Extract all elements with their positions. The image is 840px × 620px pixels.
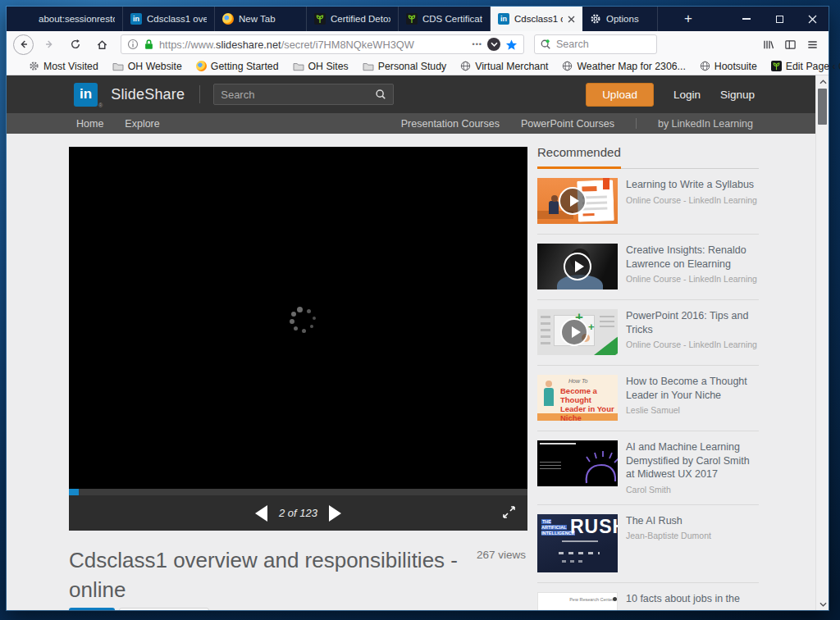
close-button[interactable] xyxy=(796,7,829,31)
upload-button[interactable]: Upload xyxy=(586,83,654,107)
item-title[interactable]: The AI Rush xyxy=(626,514,759,528)
tab-label: about:sessionrestor xyxy=(39,14,115,24)
item-title[interactable]: Creative Insights: Renaldo Lawrence on E… xyxy=(626,244,759,271)
bookmark-oh-website[interactable]: OH Website xyxy=(112,61,182,72)
info-icon[interactable] xyxy=(127,39,139,50)
recommended-item[interactable]: ++ PowerPoint 2016: Tips and Tricks Onli… xyxy=(537,300,759,366)
tab-new-tab[interactable]: New Tab xyxy=(215,7,307,31)
page-body: 2 of 123 Cdsclass1 overview and responsi… xyxy=(7,134,815,552)
site-search-box xyxy=(213,84,394,105)
bookmark-hootsuite[interactable]: Hootsuite xyxy=(700,61,757,72)
nav-powerpoint-courses[interactable]: PowerPoint Courses xyxy=(521,118,614,130)
item-title[interactable]: Learning to Write a Syllabus xyxy=(626,178,759,192)
bookmark-star-icon[interactable] xyxy=(505,39,518,51)
search-icon[interactable] xyxy=(375,89,386,100)
nav-home[interactable]: Home xyxy=(76,118,103,130)
search-engine-icon[interactable] xyxy=(540,39,551,50)
lock-icon xyxy=(144,39,154,50)
thumb-caption: THE ARTIFICIAL INTELLIGENCE xyxy=(541,519,569,536)
player-column: 2 of 123 Cdsclass1 overview and responsi… xyxy=(69,147,527,610)
item-title[interactable]: AI and Machine Learning Demystified by C… xyxy=(626,440,759,481)
tab-certified-detox[interactable]: Certified Detoxif xyxy=(307,7,399,31)
tab-close-icon[interactable] xyxy=(568,16,575,23)
browser-search-input[interactable] xyxy=(556,39,651,50)
share-button-blue[interactable] xyxy=(69,608,115,610)
site-header: in ® SlideShare Upload Login Signup xyxy=(7,75,815,113)
address-bar[interactable]: https://www.slideshare.net/secret/i7HM8N… xyxy=(121,34,524,54)
item-thumbnail[interactable]: How To Become a Thought Leader in Your N… xyxy=(537,375,618,421)
toolbar-right-buttons xyxy=(762,39,822,51)
library-icon[interactable] xyxy=(762,39,774,51)
item-title[interactable]: PowerPoint 2016: Tips and Tricks xyxy=(626,309,759,336)
nav-presentation-courses[interactable]: Presentation Courses xyxy=(401,118,500,130)
page-scrollbar[interactable] xyxy=(815,75,829,610)
menu-hamburger-icon[interactable] xyxy=(806,39,819,51)
back-button[interactable] xyxy=(13,34,34,55)
plant-favicon xyxy=(406,13,418,25)
maximize-button[interactable] xyxy=(763,7,796,31)
minimize-button[interactable] xyxy=(730,7,763,31)
item-thumbnail[interactable] xyxy=(537,244,618,289)
pocket-icon[interactable] xyxy=(487,38,500,51)
scroll-down-arrow[interactable] xyxy=(816,598,829,610)
reload-button[interactable] xyxy=(65,34,86,55)
bookmark-most-visited[interactable]: Most Visited xyxy=(29,61,98,72)
folder-icon xyxy=(363,62,374,71)
recommended-item[interactable]: THE ARTIFICIAL INTELLIGENCE RUSH The AI … xyxy=(537,505,759,583)
login-link[interactable]: Login xyxy=(673,89,701,101)
firefox-icon xyxy=(196,61,207,71)
next-slide-button[interactable] xyxy=(329,505,341,522)
item-thumbnail[interactable] xyxy=(537,178,618,224)
forward-button[interactable] xyxy=(39,34,60,55)
item-subtitle: Online Course - LinkedIn Learning xyxy=(626,195,759,205)
item-thumbnail[interactable]: Pew Research Center The future of work xyxy=(537,592,618,611)
sidebar-toggle-icon[interactable] xyxy=(784,39,797,51)
bookmark-personal-study[interactable]: Personal Study xyxy=(363,61,446,72)
play-icon xyxy=(560,318,588,346)
bookmark-weather-map[interactable]: Weather Map for 2306... xyxy=(562,61,685,72)
recommended-item[interactable]: Creative Insights: Renaldo Lawrence on E… xyxy=(537,235,759,300)
previous-slide-button[interactable] xyxy=(255,505,267,522)
item-title[interactable]: How to Become a Thought Leader in Your N… xyxy=(626,375,759,402)
tab-cdsclass1-background[interactable]: in Cdsclass1 overv xyxy=(123,7,215,31)
bookmark-virtual-merchant[interactable]: Virtual Merchant xyxy=(460,61,548,72)
bookmark-oh-sites[interactable]: OH Sites xyxy=(293,61,349,72)
document-title: Cdsclass1 overview and responsibilities … xyxy=(69,545,483,604)
nav-explore[interactable]: Explore xyxy=(125,118,159,130)
item-thumbnail[interactable]: ++ xyxy=(537,309,618,355)
tab-session-restore[interactable]: about:sessionrestor xyxy=(31,7,123,31)
header-right: Upload Login Signup xyxy=(586,83,755,107)
tab-label: Options xyxy=(606,14,650,24)
recommended-item[interactable]: How To Become a Thought Leader in Your N… xyxy=(537,366,759,431)
bookmark-label: Virtual Merchant xyxy=(475,61,548,72)
tab-label: CDS Certificatio xyxy=(422,14,482,24)
scroll-up-arrow[interactable] xyxy=(816,75,829,88)
tab-cds-certification[interactable]: CDS Certificatio xyxy=(399,7,491,31)
new-tab-button[interactable]: + xyxy=(676,7,701,31)
recommended-item[interactable]: Learning to Write a Syllabus Online Cour… xyxy=(537,169,759,235)
bookmark-label: OH Website xyxy=(128,61,182,72)
recommended-item[interactable]: AI and Machine Learning Demystified by C… xyxy=(537,431,759,505)
tab-cdsclass1-active[interactable]: in Cdsclass1 ov xyxy=(491,7,582,31)
linkedin-logo[interactable]: in xyxy=(74,83,98,107)
scrollbar-thumb[interactable] xyxy=(818,89,827,125)
share-button-gray[interactable] xyxy=(119,608,209,610)
page-actions-icon[interactable]: ••• xyxy=(472,40,482,48)
bookmark-getting-started[interactable]: Getting Started xyxy=(196,61,279,72)
home-button[interactable] xyxy=(91,34,112,55)
item-title[interactable]: 10 facts about jobs in the xyxy=(626,592,759,606)
slide-progress-bar[interactable] xyxy=(69,489,527,495)
site-search-input[interactable] xyxy=(221,89,375,101)
item-author: Leslie Samuel xyxy=(626,405,759,415)
tab-options[interactable]: Options xyxy=(582,7,658,31)
item-thumbnail[interactable] xyxy=(537,440,618,486)
bookmark-edit-page[interactable]: Edit Page ‹ Optimum ... xyxy=(771,61,840,72)
slide-viewer[interactable] xyxy=(69,147,527,489)
subnav-divider xyxy=(636,118,637,129)
fullscreen-icon[interactable] xyxy=(502,505,516,519)
recommended-item[interactable]: Pew Research Center The future of work 1… xyxy=(537,583,759,611)
tab-bar: about:sessionrestor in Cdsclass1 overv N… xyxy=(7,7,829,31)
item-thumbnail[interactable]: THE ARTIFICIAL INTELLIGENCE RUSH xyxy=(537,514,618,572)
site-brand[interactable]: SlideShare xyxy=(111,86,185,103)
signup-link[interactable]: Signup xyxy=(720,89,755,101)
